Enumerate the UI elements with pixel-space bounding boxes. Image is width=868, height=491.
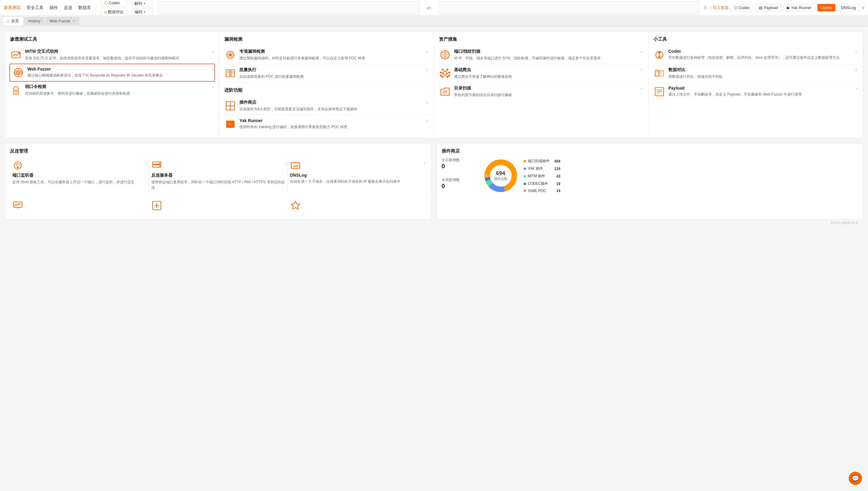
tab-web-fuzzer[interactable]: Web Fuzzer ✕ (45, 17, 79, 25)
webfuzzer-arrow: › (212, 68, 213, 72)
data-compare-button[interactable]: ⧈ 数据对比 (101, 8, 127, 16)
home-icon: ⌂ (7, 19, 9, 24)
legend-codec: CODEC插件 19 (524, 181, 560, 186)
yak-runner-desc: 使用特有的 Yaklang 进行编程，直接调用引擎最底层能力 POC 种类 (239, 124, 429, 129)
nav-reverse[interactable]: 反连 (64, 4, 73, 12)
codec-header-button[interactable]: ⬡ Codec (731, 4, 753, 11)
dirscan-card[interactable]: 目录扫描 带有内置字典的综合目录扫描与爆破 › (439, 83, 643, 101)
toolbar-separator (96, 4, 96, 11)
swap-button[interactable]: ⇄ (427, 5, 431, 10)
fukian-extra-3[interactable] (288, 198, 427, 214)
plugin-stats-content: 今日新增数 0 本周新增数 0 (442, 157, 858, 194)
vuln-title: 漏洞检测 (224, 36, 429, 42)
compare-card[interactable]: 数据对比 将数据进行对比，快速识别不同处 › (653, 64, 858, 83)
vuln-special-content: 专项漏洞检测 通过预制漏洞源码，对特定目标进行专项漏洞检测，可以自定义新增 PO… (239, 49, 429, 61)
another-icon (290, 200, 301, 211)
batch-title: 批量执行 (239, 67, 429, 73)
plugin-legend: 端口扫描插件 494 YAK 插件 124 MITM 插件 43 (524, 158, 560, 193)
reverse-server-arrow: › (285, 161, 286, 166)
mitm-icon (10, 49, 22, 61)
vuln-special-arrow: › (427, 50, 428, 54)
batch-card[interactable]: 批量执行 自由选择需要的 POC 进行批量漏洞检测 › (224, 64, 429, 83)
compare-arrow: › (856, 68, 857, 72)
legend-dot-yaml (524, 190, 526, 192)
weakpwd-card[interactable]: 弱口令检测 对目标的登录账号、密码等进行爆破，在爆破前会进行未授权检测 › (10, 81, 214, 99)
fukian-bottom-row (10, 195, 427, 214)
legend-dot-portscan (524, 160, 526, 163)
batch-content: 批量执行 自由选择需要的 POC 进行批量漏洞检测 (239, 67, 429, 79)
reverse-server-card[interactable]: 反连服务器 使用协议端口复用技术，同时在一个端口同时实现 HTTP / RMI … (149, 157, 288, 193)
codec-tool-arrow: › (856, 50, 857, 54)
tab-history[interactable]: History (24, 17, 45, 25)
plugin-chart-area: 694 插件总数 端口扫描插件 494 YAK 插件 (483, 157, 560, 194)
codec-input-area[interactable] (158, 1, 419, 15)
mitm-card[interactable]: MITM 交互式劫持 安装 SSL/TLS 证书，劫持浏览器所有流量请求、响应数… (10, 46, 214, 64)
tab-home[interactable]: ⌂ 首页 (2, 16, 24, 26)
tab-close-icon[interactable]: ✕ (73, 19, 75, 23)
codec-tool-card[interactable]: Codec 可对数据进行各种处理（包括加密、解密、反序列化、Json 处理等等）… (653, 46, 858, 64)
reverse-server-icon (151, 160, 162, 171)
compare-content: 数据对比 将数据进行对比，快速识别不同处 (668, 67, 858, 79)
svg-rect-20 (230, 102, 235, 106)
crawler-arrow: › (641, 68, 642, 72)
import-resource-button[interactable]: ↑ 导入资源 (710, 5, 728, 10)
portscan-card[interactable]: 端口/指纹扫描 对 IP、IP段、域名等端口进行 SYN、指纹检测，可编写插件进… (439, 46, 643, 64)
plugin-store-card[interactable]: + 插件商店 目前插件为6大类型，可根据需要灵活编写插件，支持从插件商店下载插件… (224, 97, 429, 115)
svg-point-41 (440, 75, 442, 77)
fukian-section: 反连管理 端口监听器 反弹 Shell 接收工具，可以在服务器上开启一个端口 (5, 143, 432, 220)
port-listener-icon (12, 160, 23, 171)
dnslog-header: .com (290, 160, 424, 171)
svg-rect-54 (655, 70, 659, 76)
codec-tool-content: Codec 可对数据进行各种处理（包括加密、解密、反序列化、Json 处理等等）… (668, 49, 858, 60)
batch-arrow: › (427, 68, 428, 72)
tools-grid: 渗透测试工具 MITM 交互式劫持 安装 SSL/TLS 证书，劫持浏览器所有流… (5, 31, 863, 138)
payload-card[interactable]: Payload 通过上传文件、手动删改等，自定义 Payload，可在爆破和 W… (653, 83, 858, 101)
yak-runner-header-button[interactable]: ▶ Yak Runner (784, 4, 815, 11)
compare-desc: 将数据进行对比，快速识别不同处 (668, 74, 858, 79)
crawler-content: 基础爬虫 通过爬虫可快速了解网站的整体架构 (454, 67, 643, 79)
dnslog-button[interactable]: DNSLog (838, 4, 859, 11)
weakpwd-content: 弱口令检测 对目标的登录账号、密码等进行爆破，在爆破前会进行未授权检测 (25, 84, 214, 96)
mitm-title: MITM 交互式劫持 (25, 49, 214, 54)
asset-section: 资产搜集 端口/指纹扫描 对 IP、IP段、域名等端口进行 SYN、指纹检测，可… (434, 32, 648, 138)
codec-button[interactable]: ⬡ Codec (101, 0, 127, 7)
yak-runner-card[interactable]: >_ Yak Runner 使用特有的 Yaklang 进行编程，直接调用引擎最… (224, 115, 429, 133)
svg-point-29 (443, 71, 447, 75)
svg-point-11 (229, 53, 232, 56)
codec-active-pill[interactable]: Codec (817, 4, 835, 11)
svg-rect-58 (655, 87, 664, 96)
yak-runner-content: Yak Runner 使用特有的 Yaklang 进行编程，直接调用引擎最底层能… (239, 118, 429, 129)
encode-decode-area: 解码 ▾ 编码 ▾ (132, 0, 153, 16)
nav-security[interactable]: 安全工具 (27, 4, 44, 12)
fukian-extra-1[interactable] (10, 198, 149, 214)
nav-database[interactable]: 数据库 (78, 4, 91, 12)
plugin-store-icon: + (224, 100, 236, 112)
dnslog-card[interactable]: .com DNSLog 自动生成一个子域名，任何查询到此子域名的 IP 被集合展… (288, 157, 427, 193)
dirscan-title: 目录扫描 (454, 86, 643, 91)
copy-button[interactable]: ⎘ (704, 5, 707, 10)
plugin-store-arrow: › (427, 100, 428, 105)
legend-mitm: MITM 插件 43 (524, 174, 560, 179)
nav-plugin[interactable]: 插件 (50, 4, 58, 12)
plugin-left-stats: 今日新增数 0 本周新增数 0 (442, 157, 478, 194)
svg-point-50 (658, 51, 661, 54)
compare-title: 数据对比 (668, 67, 858, 73)
plugin-stats-title: 插件商店 (442, 148, 858, 154)
port-listener-card[interactable]: 端口监听器 反弹 Shell 接收工具，可以在服务器上开启一个端口，进行监听，并… (10, 157, 149, 193)
codec-output-area[interactable] (438, 1, 699, 15)
list-button[interactable]: ≡ (862, 5, 864, 10)
fukian-extra-2[interactable] (149, 198, 288, 214)
port-listener-arrow: › (146, 161, 147, 166)
encode-select[interactable]: 编码 ▾ (132, 8, 153, 16)
yak-runner-title: Yak Runner (239, 118, 429, 123)
svg-point-39 (446, 69, 448, 70)
webfuzzer-card[interactable]: Web Fuzzer 通过核心模糊测试标签语法，实现了对 Burpsuite 的… (9, 64, 215, 82)
decode-chevron: ▾ (144, 1, 146, 6)
vuln-special-card[interactable]: 专项漏洞检测 通过预制漏洞源码，对特定目标进行专项漏洞检测，可以自定义新增 PO… (224, 46, 429, 64)
payload-desc: 通过上传文件、手动删改等，自定义 Payload，可在爆破和 Web Fuzze… (668, 92, 858, 97)
nav-pentest[interactable]: 渗透测试 (4, 4, 21, 12)
payload-header-button[interactable]: ▤ Payload (756, 4, 781, 11)
decode-select[interactable]: 解码 ▾ (132, 0, 153, 7)
crawler-card[interactable]: 基础爬虫 通过爬虫可快速了解网站的整体架构 › (439, 64, 643, 83)
codec-icon: ⬡ (104, 1, 108, 5)
